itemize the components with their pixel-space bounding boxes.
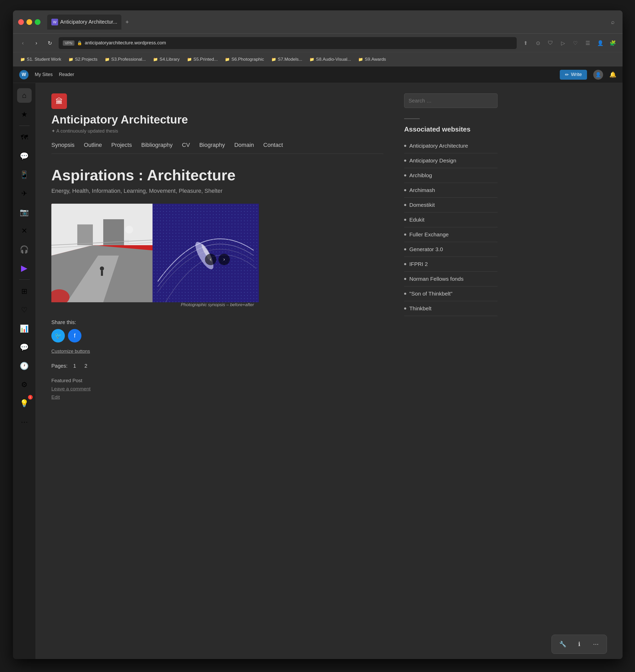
associated-link-edukit[interactable]: Edukit [409, 217, 424, 223]
bookmark-s5[interactable]: 📁 S5.Printed... [184, 55, 221, 64]
nav-bibliography[interactable]: Bibliography [141, 142, 173, 148]
associated-link-generator[interactable]: Generator 3.0 [409, 246, 443, 253]
dock-ideas-icon[interactable]: 💡 1 [17, 396, 31, 410]
ideas-badge: 1 [28, 395, 33, 399]
list-item: Archiblog [404, 168, 498, 183]
gallery-next-button[interactable]: › [218, 254, 230, 265]
associated-link-ifpri[interactable]: IFPRI 2 [409, 261, 428, 267]
active-tab[interactable]: W Anticipatory Architectur... [47, 15, 122, 29]
list-item: Domestikit [404, 198, 498, 213]
bookmark-s8[interactable]: 📁 S8.Audio-Visual... [306, 55, 354, 64]
dock-more-icon[interactable]: ⋯ [17, 415, 31, 429]
associated-link-son-of-thinkbelt[interactable]: "Son of Thinkbelt" [409, 290, 452, 297]
bookmark-label: S3.Professional... [111, 57, 146, 62]
shield-icon[interactable]: 🛡 [546, 38, 555, 48]
bookmark-s7[interactable]: 📁 S7.Models... [268, 55, 306, 64]
user-icon[interactable]: 👤 [596, 38, 605, 48]
dock-settings-icon[interactable]: ⚙ [17, 377, 31, 392]
list-item: Edukit [404, 213, 498, 227]
customize-buttons-link[interactable]: Customize buttons [51, 349, 384, 354]
new-tab-button[interactable]: + [123, 17, 132, 27]
post-subtitle: Energy, Health, Information, Learning, M… [51, 188, 384, 194]
dock-heart-icon[interactable]: ♡ [17, 303, 31, 317]
wrench-tool-button[interactable]: 🔧 [556, 637, 569, 651]
dock-home-icon[interactable]: ⌂ [17, 88, 31, 103]
dock-instagram-icon[interactable]: 📷 [17, 205, 31, 219]
nav-synopsis[interactable]: Synopsis [51, 142, 74, 148]
search-box [404, 93, 498, 108]
notifications-bell-icon[interactable]: 🔔 [609, 71, 616, 78]
nav-cv[interactable]: CV [182, 142, 190, 148]
post-gallery: ‹ › [51, 204, 384, 315]
share-twitter-button[interactable]: 🐦 [51, 329, 65, 343]
close-button[interactable] [18, 19, 24, 25]
nav-projects[interactable]: Projects [111, 142, 132, 148]
gallery-prev-button[interactable]: ‹ [205, 254, 216, 265]
associated-link-fuller-exchange[interactable]: Fuller Exchange [409, 232, 449, 238]
gallery-caption: Photographic synopsis – before+after [51, 302, 384, 307]
url-field[interactable]: VPN 🔒 anticipatoryarchitecture.wordpress… [59, 37, 517, 49]
dock-messenger-icon[interactable]: 💬 [17, 149, 31, 163]
page-2-link[interactable]: 2 [82, 362, 90, 370]
associated-link-domestikit[interactable]: Domestikit [409, 202, 435, 208]
info-tool-button[interactable]: ℹ [572, 637, 586, 651]
page-1-link[interactable]: 1 [70, 362, 79, 370]
dock-charts-icon[interactable]: 📊 [17, 321, 31, 336]
forward-button[interactable]: › [31, 38, 41, 48]
user-avatar[interactable]: 👤 [593, 70, 603, 80]
reader-link[interactable]: Reader [59, 72, 74, 77]
edit-link[interactable]: Edit [51, 394, 384, 400]
nav-contact[interactable]: Contact [263, 142, 283, 148]
more-tool-button[interactable]: ⋯ [589, 637, 603, 651]
associated-link-norman-fellows[interactable]: Norman Fellows fonds [409, 276, 463, 282]
folder-icon: 📁 [358, 57, 363, 62]
play-icon[interactable]: ▷ [558, 38, 568, 48]
nav-domain[interactable]: Domain [234, 142, 254, 148]
my-sites-link[interactable]: My Sites [35, 72, 53, 77]
dock-headphones-icon[interactable]: 🎧 [17, 242, 31, 257]
extensions-icon[interactable]: 🧩 [608, 38, 617, 48]
bookmark-s2[interactable]: 📁 S2.Projects [65, 55, 101, 64]
dock-telegram-icon[interactable]: ✈ [17, 186, 31, 200]
nav-biography[interactable]: Biography [199, 142, 225, 148]
bookmark-s1[interactable]: 📁 S1. Student Work [17, 55, 64, 64]
dock-whatsapp-icon[interactable]: 📱 [17, 167, 31, 182]
associated-link-archimash[interactable]: Archimash [409, 187, 435, 193]
search-input[interactable] [404, 93, 498, 108]
associated-link-thinkbelt[interactable]: Thinkbelt [409, 305, 431, 311]
share-facebook-button[interactable]: f [68, 329, 82, 343]
tab-favicon: W [51, 19, 58, 25]
nav-outline[interactable]: Outline [84, 142, 102, 148]
dock-grid-icon[interactable]: ⊞ [17, 284, 31, 298]
urlbar: ‹ › ↻ VPN 🔒 anticipatoryarchitecture.wor… [13, 34, 622, 52]
associated-link-archiblog[interactable]: Archiblog [409, 172, 432, 178]
back-button[interactable]: ‹ [18, 38, 27, 48]
write-button[interactable]: ✏ Write [560, 70, 587, 80]
wordpress-logo[interactable]: W [19, 70, 28, 80]
bookmark-s6[interactable]: 📁 S6.Photographic [222, 55, 267, 64]
list-icon[interactable]: ☰ [583, 38, 592, 48]
dock-chat-icon[interactable]: 💬 [17, 340, 31, 354]
bookmark-s4[interactable]: 📁 S4.Library [150, 55, 183, 64]
associated-link-anticipatory-architecture[interactable]: Anticipatory Architecture [409, 143, 468, 149]
bookmark-label: S9.Awards [365, 57, 386, 62]
share-icon[interactable]: ⬆ [521, 38, 530, 48]
airdrop-icon[interactable]: ⊙ [533, 38, 543, 48]
bookmark-s9[interactable]: 📁 S9.Awards [355, 55, 389, 64]
dock-maps-icon[interactable]: 🗺 [17, 130, 31, 145]
maximize-button[interactable] [35, 19, 41, 25]
associated-link-anticipatory-design[interactable]: Anticipatory Design [409, 157, 456, 164]
post-meta: Featured Post Leave a comment Edit [51, 378, 384, 400]
dock-history-icon[interactable]: 🕐 [17, 359, 31, 373]
dock-starred-icon[interactable]: ★ [17, 107, 31, 122]
bookmark-s3[interactable]: 📁 S3.Professional... [102, 55, 149, 64]
site-title: Anticipatory Architecture [51, 113, 384, 126]
dock-play-icon[interactable]: ▶ [17, 261, 31, 275]
minimize-button[interactable] [26, 19, 32, 25]
window-search-button[interactable]: ⌕ [608, 17, 617, 27]
bookmarks-bar: 📁 S1. Student Work 📁 S2.Projects 📁 S3.Pr… [13, 52, 622, 66]
heart-icon[interactable]: ♡ [571, 38, 580, 48]
leave-comment-link[interactable]: Leave a comment [51, 386, 384, 392]
refresh-button[interactable]: ↻ [45, 38, 54, 48]
dock-twitter-icon[interactable]: ✕ [17, 223, 31, 238]
